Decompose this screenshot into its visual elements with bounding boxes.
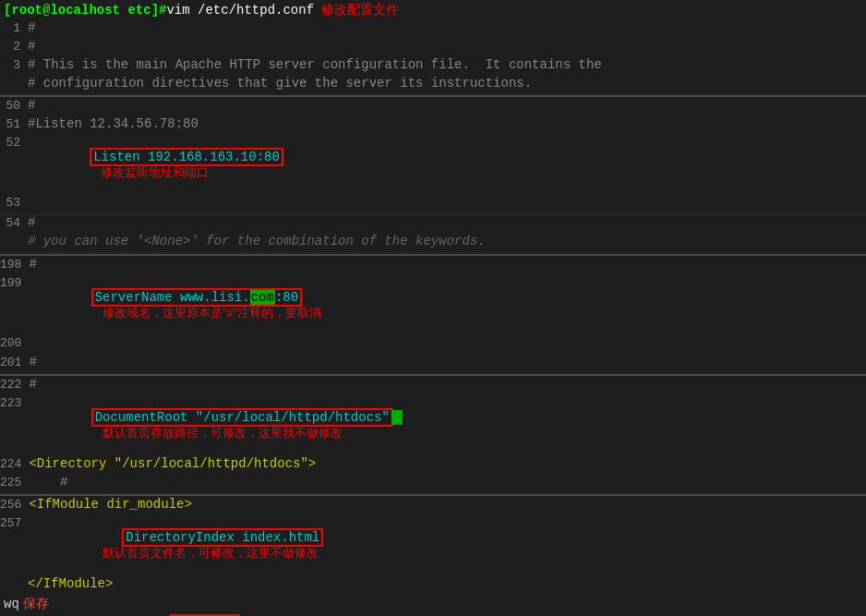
vim-line-54b: # you can use '<None>' for the combinati… (0, 234, 866, 252)
vim-line-223: 223 DocumentRoot "/usr/local/httpd/htdoc… (0, 395, 866, 456)
vim-line-199: 199 ServerName www.lisi.com:80 修改域名，这里原本… (0, 275, 866, 336)
sep-3 (0, 374, 866, 376)
vim-line-257: 257 DirectoryIndex index.html 默认首页文件名，可修… (0, 515, 866, 576)
vim-line-53: 53 (0, 196, 866, 214)
vim-section-4[interactable]: 256 <IfModule dir_module> 257 DirectoryI… (0, 497, 866, 595)
vim-line-200: 200 (0, 336, 866, 355)
vim-section-2[interactable]: 198 # 199 ServerName www.lisi.com:80 修改域… (0, 257, 866, 373)
vim-line-54: 54 # (0, 215, 866, 234)
header-prompt: [root@localhost etc]# (4, 3, 166, 18)
vim-section-1[interactable]: 50 # 51 #Listen 12.34.56.78:80 52 Listen… (0, 98, 866, 214)
vim-section-1b: 54 # # you can use '<None>' for the comb… (0, 214, 866, 253)
vim-line-3b: # configuration directives that give the… (0, 76, 866, 94)
vim-line-201: 201 # (0, 355, 866, 373)
header-annotation: 修改配置文件 (321, 2, 399, 18)
sep-2 (0, 254, 866, 256)
vim-line-198: 198 # (0, 257, 866, 275)
vim-line-3: 3 # This is the main Apache HTTP server … (0, 57, 866, 76)
vim-line-225: 225 # (0, 475, 866, 493)
docroot-highlight: DocumentRoot "/usr/local/httpd/htdocs" (91, 408, 393, 427)
listen-highlight: Listen 192.168.163.10:80 (90, 148, 283, 166)
vim-line-52: 52 Listen 192.168.163.10:80 修改监听地址和端口 (0, 135, 866, 196)
sep-4 (0, 494, 866, 496)
servername-highlight: ServerName www.lisi.com:80 (91, 288, 302, 307)
vim-line-224: 224 <Directory "/usr/local/httpd/htdocs"… (0, 456, 866, 475)
sep-1 (0, 95, 866, 97)
terminal-window: [root@localhost etc]# vim /etc/httpd.con… (0, 0, 866, 616)
header-command: vim /etc/httpd.conf (166, 3, 314, 18)
vim-line-51: 51 #Listen 12.34.56.78:80 (0, 116, 866, 135)
vim-line-1: 1 # (0, 20, 866, 39)
vim-line-2: 2 # (0, 39, 866, 57)
header-cmdline: [root@localhost etc]# vim /etc/httpd.con… (0, 0, 866, 20)
vim-line-256: 256 <IfModule dir_module> (0, 497, 866, 515)
wq-line: wq保存 (0, 595, 866, 613)
vim-line-222: 222 # (0, 377, 866, 395)
vim-line-50: 50 # (0, 98, 866, 116)
vim-editor[interactable]: 1 # 2 # 3 # This is the main Apache HTTP… (0, 20, 866, 94)
dirindex-highlight: DirectoryIndex index.html (122, 528, 323, 547)
vim-line-258: </IfModule> (0, 576, 866, 595)
vim-section-3[interactable]: 222 # 223 DocumentRoot "/usr/local/httpd… (0, 377, 866, 493)
